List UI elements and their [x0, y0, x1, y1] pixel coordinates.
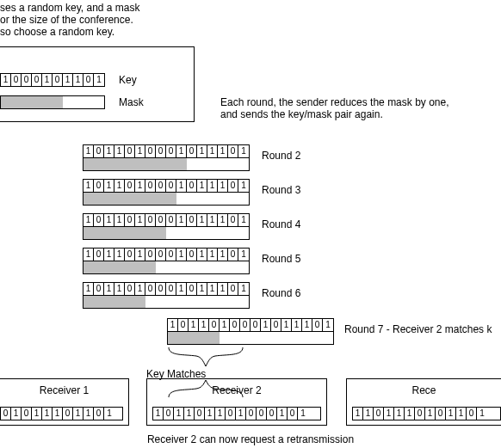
bit-cell: 1 [114, 180, 125, 192]
round7-label: Round 7 - Receiver 2 matches k [344, 323, 492, 335]
bit-cell: 1 [277, 408, 288, 420]
bit-cell: 1 [42, 408, 53, 420]
bit-cell: 1 [302, 319, 312, 331]
bit-cell: 0 [240, 319, 251, 331]
round7-block: 1011010001011101 [167, 318, 334, 345]
bit-cell: 1 [220, 319, 230, 331]
bit-cell: 1 [207, 145, 218, 157]
bit-cell: 0 [22, 74, 32, 86]
intro-line2: or the size of the conference. [0, 14, 140, 26]
bit-cell: 1 [84, 283, 94, 295]
bit-cell: 0 [22, 408, 32, 420]
bit-cell: 0 [288, 408, 298, 420]
bit-cell: 1 [236, 408, 246, 420]
bit-cell: 0 [145, 283, 156, 295]
bit-cell: 1 [176, 214, 187, 226]
bit-cell: 1 [135, 180, 145, 192]
bit-cell: 1 [84, 214, 94, 226]
receiver-1-title: Receiver 1 [0, 384, 128, 396]
bit-cell: 0 [166, 214, 176, 226]
bit-cell: 1 [53, 408, 63, 420]
bit-cell: 1 [197, 180, 207, 192]
bit-cell: 1 [174, 408, 184, 420]
bit-cell: 0 [226, 408, 236, 420]
bit-cell: 1 [218, 214, 228, 226]
receiver-2-box: Receiver 2 101101101000101 [146, 378, 327, 426]
round-bitrow: 1011010001011101 [83, 213, 250, 227]
bit-cell: 0 [156, 214, 166, 226]
bit-cell: 0 [187, 145, 197, 157]
bit-cell: 1 [84, 145, 94, 157]
bit-cell: 0 [166, 249, 176, 261]
explain-line1: Each round, the sender reduces the mask … [220, 96, 449, 108]
bit-cell: 1 [114, 249, 125, 261]
bit-cell: 1 [238, 249, 249, 261]
bit-cell: 1 [261, 319, 271, 331]
bit-cell: 1 [104, 249, 114, 261]
brace-top-icon [167, 346, 244, 368]
round-bitrow: 1011010001011101 [83, 144, 250, 158]
bottom-caption: Receiver 2 can now request a retransmiss… [0, 433, 501, 445]
sender-mask-bar [0, 95, 105, 109]
receiver-2-title: Receiver 2 [147, 384, 326, 396]
round-bitrow: 1011010001011101 [83, 179, 250, 193]
bit-cell: 1 [384, 408, 394, 420]
bit-cell: 1 [135, 145, 145, 157]
bit-cell: 1 [238, 180, 249, 192]
bit-cell: 0 [94, 214, 104, 226]
bit-cell: 1 [104, 145, 114, 157]
bit-cell: 0 [436, 408, 446, 420]
bit-cell: 0 [251, 319, 261, 331]
bit-cell: 0 [166, 180, 176, 192]
bit-cell: 0 [209, 319, 220, 331]
bit-cell: 1 [405, 408, 415, 420]
bit-cell: 1 [84, 180, 94, 192]
bit-cell: 0 [228, 145, 238, 157]
bit-cell: 0 [228, 249, 238, 261]
round-label: Round 3 [262, 184, 300, 196]
bit-cell: 1 [197, 145, 207, 157]
bit-cell: 0 [156, 249, 166, 261]
bit-cell: 1 [207, 283, 218, 295]
bit-cell: 1 [176, 249, 187, 261]
bit-cell: 1 [394, 408, 405, 420]
bit-cell: 1 [135, 283, 145, 295]
bit-cell: 0 [267, 408, 277, 420]
bit-cell: 0 [125, 249, 135, 261]
round-maskbar [83, 261, 250, 274]
bit-cell: 1 [446, 408, 456, 420]
bit-cell: 1 [477, 408, 487, 420]
receiver-3-bitrow: 1101110101101 [352, 407, 501, 420]
bit-cell: 0 [94, 249, 104, 261]
round-label: Round 2 [262, 150, 300, 162]
bit-cell: 0 [125, 283, 135, 295]
bit-cell: 1 [197, 249, 207, 261]
bit-cell: 1 [42, 74, 53, 86]
bit-cell: 0 [415, 408, 425, 420]
bit-cell: 0 [228, 283, 238, 295]
sender-key-label: Key [119, 74, 137, 86]
bit-cell: 1 [176, 283, 187, 295]
bit-cell: 1 [205, 408, 215, 420]
bit-cell: 1 [176, 180, 187, 192]
bit-cell: 0 [94, 180, 104, 192]
bit-cell: 1 [207, 214, 218, 226]
round-maskbar [83, 157, 250, 171]
bit-cell: 0 [467, 408, 477, 420]
bit-cell: 0 [11, 74, 22, 86]
bit-cell: 1 [114, 283, 125, 295]
explain-text: Each round, the sender reduces the mask … [220, 96, 449, 120]
intro-text: ses a random key, and a mask or the size… [0, 2, 140, 38]
bit-cell: 0 [312, 319, 323, 331]
sender-mask-label: Mask [119, 96, 144, 108]
bit-cell: 0 [228, 214, 238, 226]
bit-cell: 0 [187, 283, 197, 295]
bit-cell: 0 [230, 319, 240, 331]
round7-bitrow: 1011010001011101 [167, 318, 334, 332]
round-bitrow: 1011010001011101 [83, 248, 250, 261]
bit-cell: 1 [189, 319, 199, 331]
bit-cell: 0 [257, 408, 267, 420]
bit-cell: 1 [323, 319, 333, 331]
bit-cell: 1 [281, 319, 292, 331]
bit-cell: 0 [374, 408, 384, 420]
